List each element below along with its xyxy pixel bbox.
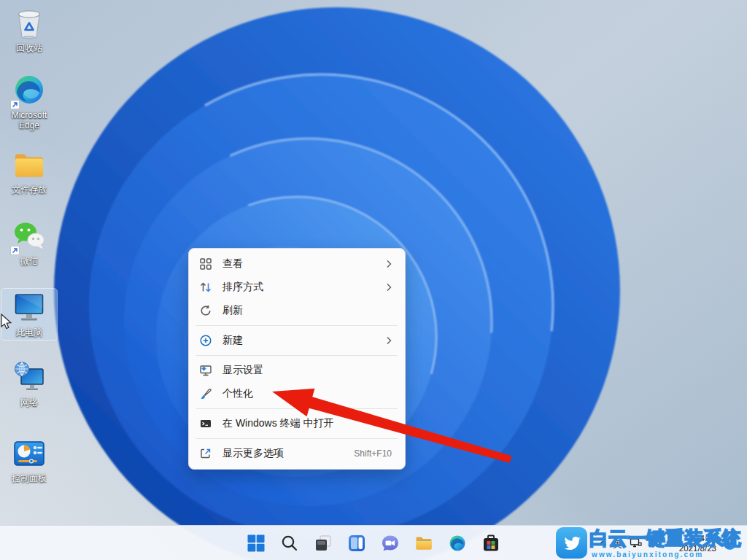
search-icon xyxy=(280,534,299,553)
store-bag-icon xyxy=(481,534,500,553)
chevron-right-icon xyxy=(383,335,395,346)
wechat-icon xyxy=(12,219,47,254)
desktop-icon-label: 网络 xyxy=(20,397,38,408)
windows-start-icon xyxy=(247,534,266,553)
menu-item-shortcut: Shift+F10 xyxy=(354,448,392,459)
store-button[interactable] xyxy=(476,529,506,558)
notification-badge[interactable]: 1 xyxy=(724,537,736,550)
tray-language-indicator[interactable]: 英 xyxy=(613,537,622,551)
sort-arrows-icon xyxy=(199,281,212,294)
menu-item-label: 个性化 xyxy=(222,387,395,400)
desktop-icon-network[interactable]: 网络 xyxy=(1,359,57,410)
tray-network-button[interactable] xyxy=(630,537,642,549)
menu-item-refresh[interactable]: 刷新 xyxy=(192,299,402,322)
menu-item-display-settings[interactable]: 显示设置 xyxy=(192,359,402,382)
menu-separator xyxy=(196,438,398,439)
tray-time: 14:32 xyxy=(664,533,716,543)
chevron-right-icon xyxy=(383,258,395,270)
menu-item-label: 新建 xyxy=(222,334,383,347)
menu-item-sort-by[interactable]: 排序方式 xyxy=(192,276,402,299)
speaker-icon xyxy=(647,537,659,549)
menu-separator xyxy=(196,355,398,356)
file-explorer-button[interactable] xyxy=(409,529,438,558)
chat-button[interactable] xyxy=(376,529,405,558)
widgets-icon xyxy=(347,534,366,553)
desktop-icon-recycle-bin[interactable]: 回收站 xyxy=(1,4,57,55)
task-view-icon xyxy=(314,534,333,553)
this-pc-monitor-icon xyxy=(12,290,47,325)
menu-item-view[interactable]: 查看 xyxy=(192,252,402,276)
menu-separator xyxy=(196,408,398,409)
menu-item-label: 显示更多选项 xyxy=(222,447,354,460)
shortcut-arrow-icon xyxy=(10,100,20,109)
ethernet-network-icon xyxy=(630,537,642,549)
grid-icon xyxy=(199,257,212,271)
desktop-icon-wechat[interactable]: 微信 xyxy=(1,217,57,268)
edge-logo-icon xyxy=(12,73,47,108)
monitor-gear-icon xyxy=(199,364,212,377)
desktop-icon-this-pc[interactable]: 此电脑 xyxy=(1,289,57,340)
desktop-icon-label: 微信 xyxy=(20,256,38,266)
tray-clock[interactable]: 14:32 2021/8/23 xyxy=(664,533,716,553)
folder-icon xyxy=(414,534,433,553)
desktop-context-menu: 查看 排序方式 刷新 新 xyxy=(188,248,406,470)
widgets-button[interactable] xyxy=(342,529,371,558)
plus-circle-icon xyxy=(199,334,212,347)
tray-hidden-icons-button[interactable] xyxy=(597,537,608,549)
expand-icon xyxy=(199,447,212,460)
desktop-icon-label: 此电脑 xyxy=(16,327,42,338)
menu-item-label: 查看 xyxy=(222,257,383,271)
menu-item-label: 排序方式 xyxy=(222,281,383,294)
chat-camera-icon xyxy=(381,534,400,553)
menu-item-new[interactable]: 新建 xyxy=(192,329,402,352)
network-icon xyxy=(12,360,47,395)
control-panel-icon xyxy=(12,436,47,471)
chevron-up-icon xyxy=(597,537,608,549)
menu-item-label: 刷新 xyxy=(222,304,395,317)
chevron-right-icon xyxy=(383,281,395,293)
terminal-icon xyxy=(199,417,212,430)
menu-separator xyxy=(196,325,398,326)
refresh-icon xyxy=(199,304,212,317)
desktop-icon-label: 控制面板 xyxy=(12,473,47,483)
folder-icon xyxy=(12,147,47,182)
desktop-icon-microsoft-edge[interactable]: Microsoft Edge xyxy=(1,71,57,133)
brush-icon xyxy=(199,387,212,400)
desktop-icon-file-storage[interactable]: 文件存放 xyxy=(1,146,57,197)
task-view-button[interactable] xyxy=(309,529,338,558)
menu-item-label: 在 Windows 终端 中打开 xyxy=(222,417,395,430)
shortcut-arrow-icon xyxy=(10,246,20,255)
desktop-icon-label: 回收站 xyxy=(16,43,42,53)
taskbar: 英 14:32 2021/8/23 1 xyxy=(0,525,747,560)
desktop-icon-control-panel[interactable]: 控制面板 xyxy=(1,435,57,486)
menu-item-show-more-options[interactable]: 显示更多选项 Shift+F10 xyxy=(192,442,402,465)
desktop-icon-label: Microsoft Edge xyxy=(2,110,56,131)
menu-item-personalize[interactable]: 个性化 xyxy=(192,382,402,405)
search-button[interactable] xyxy=(275,529,304,558)
menu-item-label: 显示设置 xyxy=(222,364,395,377)
desktop-icon-label: 文件存放 xyxy=(12,184,47,195)
tray-date: 2021/8/23 xyxy=(664,543,716,553)
recycle-bin-icon xyxy=(12,6,47,41)
edge-button[interactable] xyxy=(443,529,472,558)
start-button[interactable] xyxy=(241,529,271,558)
edge-icon xyxy=(448,534,467,553)
tray-volume-button[interactable] xyxy=(647,537,659,549)
menu-item-open-in-windows-terminal[interactable]: 在 Windows 终端 中打开 xyxy=(192,412,402,435)
